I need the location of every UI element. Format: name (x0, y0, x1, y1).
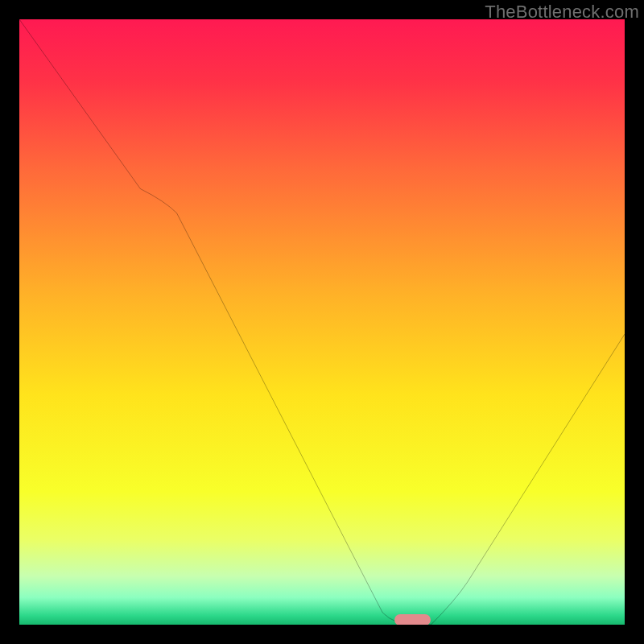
optimum-marker (394, 614, 431, 625)
watermark-text: TheBottleneck.com (485, 2, 639, 23)
plot-area (19, 19, 625, 625)
bottleneck-curve (19, 19, 625, 625)
chart-frame: TheBottleneck.com (0, 0, 644, 644)
